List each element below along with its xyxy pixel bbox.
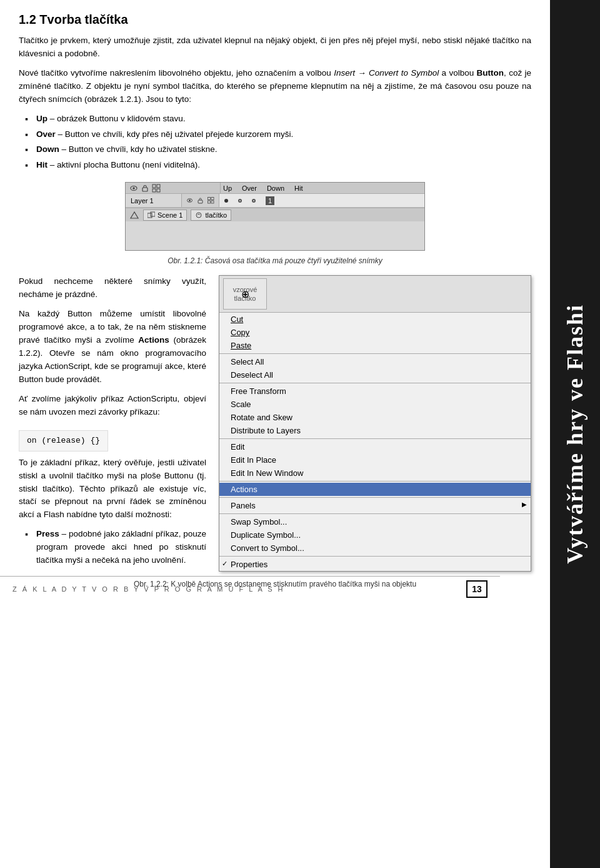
svg-rect-13 xyxy=(211,201,214,203)
svg-marker-14 xyxy=(131,212,138,218)
frame-down: Down xyxy=(267,184,284,192)
cm-cut[interactable]: Cut xyxy=(219,313,531,326)
button-label: tlačítko xyxy=(205,211,227,219)
cm-edit-in-place[interactable]: Edit In Place xyxy=(219,453,531,467)
page-number: 13 xyxy=(466,580,488,598)
svg-rect-4 xyxy=(157,184,160,188)
footer-text: Z Á K L A D Y T V O R B Y V P R O G R A … xyxy=(12,585,285,593)
cm-edit[interactable]: Edit xyxy=(219,440,531,453)
cm-copy-label: Copy xyxy=(231,328,249,337)
cm-paste[interactable]: Paste xyxy=(219,339,531,352)
svg-rect-6 xyxy=(157,189,160,192)
svg-rect-12 xyxy=(208,201,211,203)
svg-rect-9 xyxy=(198,200,202,203)
svg-rect-3 xyxy=(152,184,156,188)
scene-label: Scene 1 xyxy=(158,211,182,219)
para-4: Na každý Button můžeme umístit libovolné… xyxy=(19,308,206,386)
cm-properties[interactable]: Properties xyxy=(219,558,531,571)
svg-rect-10 xyxy=(208,198,211,200)
cm-duplicate-symbol[interactable]: Duplicate Symbol... xyxy=(219,528,531,542)
cm-swap-symbol[interactable]: Swap Symbol... xyxy=(219,515,531,528)
right-banner: Vytváříme hry ve Flashi xyxy=(550,0,600,868)
tl-frames: 1 xyxy=(219,194,424,207)
timeline-image: Up Over Down Hit Layer 1 xyxy=(125,182,425,251)
cm-sep-7 xyxy=(219,556,531,557)
page-footer: Z Á K L A D Y T V O R B Y V P R O G R A … xyxy=(0,576,500,601)
para-6: To je základní příkaz, který ověřuje, je… xyxy=(19,457,206,522)
frame-over: Over xyxy=(242,184,257,192)
svg-point-1 xyxy=(132,187,135,189)
cm-copy[interactable]: Copy xyxy=(219,326,531,339)
cm-distribute-layers[interactable]: Distribute to Layers xyxy=(219,424,531,437)
svg-rect-15 xyxy=(148,213,152,218)
cm-rotate-skew[interactable]: Rotate and Skew xyxy=(219,411,531,424)
paragraph-1: Tlačítko je prvkem, který umožňuje zjist… xyxy=(19,34,531,61)
code-block: on (release) {} xyxy=(19,430,108,452)
frame-labels: Up Over Down Hit xyxy=(223,184,302,192)
context-menu: vzorovétlačítko ⊕ Cut Copy Paste Select … xyxy=(219,275,531,572)
tl-header-left xyxy=(126,183,221,193)
svg-point-8 xyxy=(189,199,191,201)
two-column-section: Pokud nechceme některé snímky využít, ne… xyxy=(19,275,531,572)
svg-rect-16 xyxy=(151,212,155,216)
cm-sep-6 xyxy=(219,513,531,514)
timeline-bottom-bar: Scene 1 tlačítko xyxy=(126,208,424,221)
layer-name: Layer 1 xyxy=(126,194,182,207)
layer-controls xyxy=(182,194,219,207)
svg-rect-5 xyxy=(152,189,156,192)
frame-up: Up xyxy=(223,184,232,192)
cm-sep-3 xyxy=(219,438,531,439)
cm-select-all[interactable]: Select All xyxy=(219,355,531,368)
cm-free-transform[interactable]: Free Transform xyxy=(219,385,531,398)
cm-edit-new-window[interactable]: Edit In New Window xyxy=(219,467,531,480)
cm-sep-5 xyxy=(219,497,531,498)
list-item: Over – Button ve chvíli, kdy přes něj už… xyxy=(25,128,531,141)
main-content: 1.2 Tvorba tlačítka Tlačítko je prvkem, … xyxy=(0,0,550,601)
cm-deselect-all[interactable]: Deselect All xyxy=(219,368,531,381)
frame-hit: Hit xyxy=(294,184,302,192)
list-item: Up – obrázek Buttonu v klidovém stavu. xyxy=(25,113,531,126)
cm-paste-label: Paste xyxy=(231,341,251,350)
cm-cut-label: Cut xyxy=(231,315,243,324)
fig1-caption: Obr. 1.2.1: Časová osa tlačítka má pouze… xyxy=(19,256,531,265)
tl-frame-labels: Up Over Down Hit xyxy=(221,183,424,193)
list-item-press: Press – podobné jako základní příkaz, po… xyxy=(25,528,206,567)
cm-convert-to-symbol[interactable]: Convert to Symbol... xyxy=(219,542,531,555)
right-column: vzorovétlačítko ⊕ Cut Copy Paste Select … xyxy=(219,275,531,572)
cm-actions[interactable]: Actions xyxy=(219,483,531,496)
cm-sep-4 xyxy=(219,481,531,482)
svg-point-17 xyxy=(196,213,201,218)
cm-preview: vzorovétlačítko ⊕ xyxy=(223,278,267,310)
para-3: Pokud nechceme některé snímky využít, ne… xyxy=(19,275,206,301)
bullet-list: Up – obrázek Buttonu v klidovém stavu. O… xyxy=(25,113,531,173)
press-bullet-list: Press – podobné jako základní příkaz, po… xyxy=(25,528,206,567)
list-item: Hit – aktivní plocha Buttonu (není vidit… xyxy=(25,159,531,172)
banner-title: Vytváříme hry ve Flashi xyxy=(562,304,588,564)
chapter-title: 1.2 Tvorba tlačítka xyxy=(19,13,531,27)
left-column: Pokud nechceme některé snímky využít, ne… xyxy=(19,275,206,572)
svg-rect-2 xyxy=(142,188,148,191)
cm-sep-2 xyxy=(219,383,531,383)
list-item: Down – Button ve chvíli, kdy ho uživatel… xyxy=(25,143,531,156)
paragraph-2: Nové tlačítko vytvoříme nakreslením libo… xyxy=(19,67,531,106)
para-5: Ať zvolíme jakýkoliv příkaz ActionScript… xyxy=(19,393,206,419)
svg-rect-11 xyxy=(211,198,214,200)
cm-scale[interactable]: Scale xyxy=(219,398,531,411)
cm-sep-1 xyxy=(219,353,531,354)
cm-panels[interactable]: Panels xyxy=(219,499,531,512)
timeline-layer-row: Layer 1 1 xyxy=(126,194,424,208)
cm-header: vzorovétlačítko ⊕ xyxy=(219,276,531,313)
figure-1: Up Over Down Hit Layer 1 xyxy=(19,182,531,265)
timeline-header: Up Over Down Hit xyxy=(126,183,424,194)
